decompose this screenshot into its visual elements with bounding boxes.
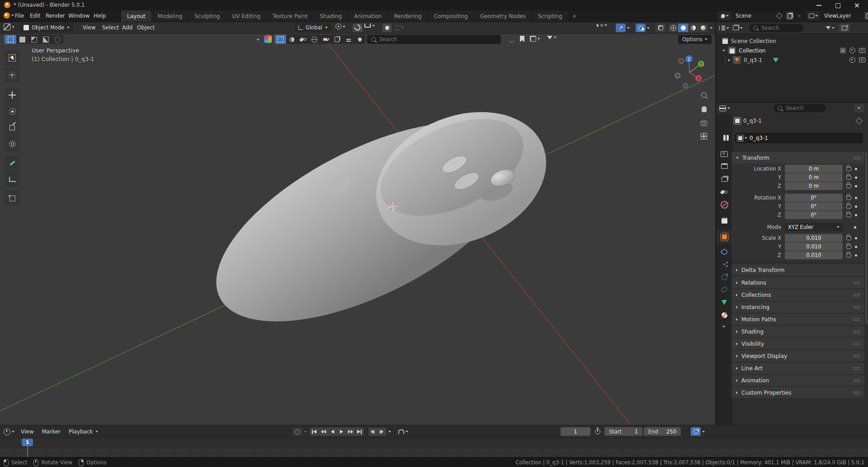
show-gizmo-visibility-button[interactable] [597,24,607,27]
animate-dot[interactable] [855,176,857,179]
animate-dot[interactable] [855,185,857,187]
lock-icon[interactable] [846,184,851,188]
tab-sculpting[interactable]: Sculpting [189,10,226,22]
jump-to-end-button[interactable] [355,428,364,436]
outliner-display-mode-button[interactable] [719,26,729,30]
scene-name-field[interactable]: Scene [733,11,784,20]
panel-collections[interactable]: Collections [731,289,864,300]
panel-relations[interactable]: Relations [731,277,864,288]
viewlayer-name-field[interactable]: ViewLayer [821,11,863,20]
curve-widget-icon[interactable] [508,37,515,43]
scale-y-field[interactable]: 0.010 [785,243,843,251]
tool-icon-globe[interactable] [309,35,320,44]
tab-modeling[interactable]: Modeling [152,10,189,22]
shading-wireframe-button[interactable] [668,24,678,32]
timeline-menu-playback[interactable]: Playback [69,429,98,435]
location-y-field[interactable]: 0 m [785,173,843,181]
collection-checkbox[interactable] [840,48,846,53]
animate-dot[interactable] [855,197,857,199]
tab-render[interactable] [719,148,730,159]
timeline-track[interactable] [0,449,868,457]
add-workspace-button[interactable]: + [569,10,580,22]
outliner-row-collection[interactable]: Collection [722,46,865,55]
panel-grip[interactable] [853,354,860,357]
panel-animation[interactable]: Animation [731,375,864,386]
tab-world[interactable] [719,199,730,210]
snap-settings-button[interactable] [364,24,375,28]
toolbar-add-primitive[interactable]: + [5,191,20,206]
panel-delta-transform[interactable]: Delta Transform [731,264,864,276]
animate-dot[interactable] [855,205,857,208]
app-menu-button[interactable] [4,12,14,19]
scale-z-field[interactable]: 0.010 [785,251,843,259]
lock-icon[interactable] [846,167,851,171]
tab-shading[interactable]: Shading [314,10,348,22]
panel-grip[interactable] [853,342,860,345]
scene-browse-button[interactable] [718,11,731,20]
zoom-control-icon[interactable] [699,90,709,100]
location-z-field[interactable]: 0 m [785,182,843,190]
select-subtract-button[interactable] [28,35,40,44]
prev-keyframe-button[interactable] [319,428,328,436]
pan-hand-icon[interactable] [699,104,709,114]
tab-compositing[interactable]: Compositing [428,10,474,22]
scene-unlink-icon[interactable] [795,12,802,19]
gizmo-z-neg[interactable] [683,83,688,88]
snap-magnet-button[interactable] [353,24,363,32]
toolbar-annotate[interactable] [5,155,20,171]
scale-x-field[interactable]: 0.010 [785,234,843,242]
expand-icon[interactable] [728,59,730,62]
tool-select-box-icon[interactable] [275,35,286,44]
animate-dot[interactable] [855,168,857,170]
header-search[interactable] [367,35,501,44]
animate-dot[interactable] [854,226,856,229]
maximize-button[interactable] [835,3,840,8]
new-collection-button[interactable]: + [839,24,850,32]
ortho-grid-icon[interactable] [699,131,709,141]
select-invert-button[interactable] [40,35,52,44]
tab-rendering[interactable]: Rendering [388,10,427,22]
timeline-menu-view[interactable]: View [21,429,33,435]
select-extend-button[interactable] [16,35,28,44]
tab-animation[interactable]: Animation [348,10,387,22]
hide-eye-icon[interactable] [849,57,855,63]
properties-scrollbar[interactable] [865,152,867,324]
step-forward-button[interactable] [377,428,386,436]
camera-view-icon[interactable] [699,118,709,128]
lock-icon[interactable] [846,205,851,209]
panel-grip[interactable] [853,156,860,159]
display-settings-button[interactable] [530,36,540,42]
toolbar-rotate[interactable] [5,104,20,119]
tab-modifiers[interactable] [719,246,730,257]
menu-file[interactable]: File [15,13,24,19]
current-frame-field[interactable]: 1 [561,427,590,436]
rotation-x-field[interactable]: 0° [785,194,843,202]
panel-grip[interactable] [853,379,860,382]
properties-search[interactable] [774,104,826,112]
gizmos-toggle-button[interactable]: ↗ [616,24,630,32]
shading-rendered-button[interactable] [698,24,708,32]
render-visibility-icon[interactable] [859,48,865,53]
viewport-3d[interactable]: Z Y X [0,34,715,425]
expand-icon[interactable] [722,50,725,52]
tool-icon-brush[interactable] [320,35,331,44]
menu-select[interactable]: Select [102,24,119,31]
tool-icon-anchor[interactable] [343,35,354,44]
stopwatch-icon[interactable] [594,428,602,436]
shading-solid-button[interactable] [678,24,688,32]
tab-scene[interactable] [719,186,730,197]
render-visibility-icon[interactable] [859,57,865,62]
jump-to-start-button[interactable] [310,428,319,436]
step-options-icon[interactable] [388,431,391,433]
rotation-z-field[interactable]: 0° [785,211,843,219]
toolbar-move[interactable] [5,87,20,103]
gizmo-x-neg[interactable] [679,59,684,64]
tab-layout[interactable]: Layout [121,10,151,22]
animate-dot[interactable] [855,214,857,216]
pin-icon[interactable] [856,117,863,124]
toolbar-scale[interactable] [5,120,20,135]
panel-grip[interactable] [853,367,860,370]
location-x-field[interactable]: 0 m [785,165,843,173]
rotation-mode-dropdown[interactable]: XYZ Euler [785,223,843,231]
panel-grip[interactable] [853,318,860,321]
